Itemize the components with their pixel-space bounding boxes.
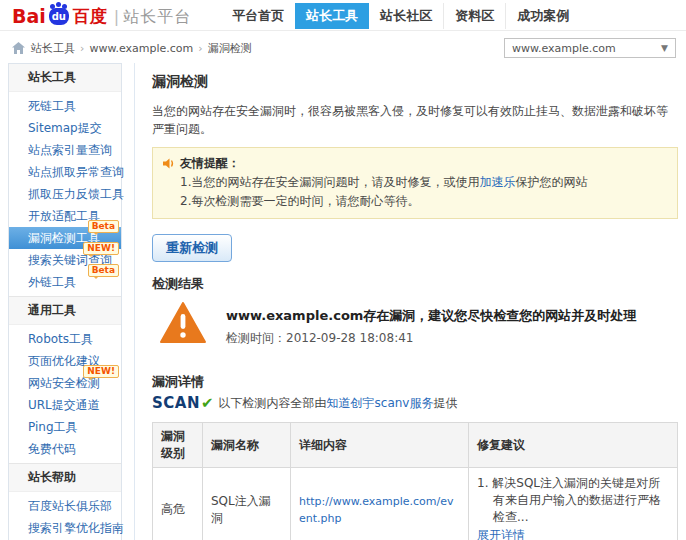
sidebar-section-general: 通用工具 Robots工具 页面优化建议 网站安全检测 NEW! URL提交通道… [9, 296, 121, 463]
breadcrumb-item-current: 漏洞检测 [208, 41, 252, 56]
sidebar: 站长工具 死链工具 Sitemap提交 站点索引量查询 站点抓取异常查询 抓取压… [8, 63, 122, 540]
col-header-fix: 修复建议 [469, 423, 678, 468]
fix-text: 1. 解决SQL注入漏洞的关键是对所有来自用户输入的数据进行严格检查... [477, 475, 669, 526]
breadcrumb-item-tools[interactable]: 站长工具 [31, 41, 75, 56]
sidebar-item-sitemap[interactable]: Sitemap提交 [9, 117, 121, 139]
baidu-paw-icon: du [49, 8, 69, 25]
chevron-down-icon: ▼ [661, 43, 668, 53]
logo-text-baidu: 百度 [73, 7, 107, 26]
table-row: 高危 SQL注入漏洞 http://www.example.com/event.… [153, 468, 678, 540]
sidebar-list: 死链工具 Sitemap提交 站点索引量查询 站点抓取异常查询 抓取压力反馈工具… [9, 92, 121, 296]
details-heading: 漏洞详情 [152, 373, 678, 391]
sidebar-section-title: 站长帮助 [9, 463, 121, 492]
intro-text: 当您的网站存在安全漏洞时，很容易被黑客入侵，及时修复可以有效防止挂马、数据泄露和… [152, 102, 678, 138]
result-time-value: 2012-09-28 18:08:41 [286, 331, 413, 345]
sidebar-item-crawl-pressure[interactable]: 抓取压力反馈工具 [9, 183, 121, 205]
sidebar-item-index-query[interactable]: 站点索引量查询 [9, 139, 121, 161]
breadcrumb-item-site[interactable]: www.example.com [89, 42, 193, 55]
result-time-label: 检测时间： [226, 331, 286, 345]
scanv-check-icon: ✔ [201, 394, 214, 412]
top-nav: 平台首页 站长工具 站长社区 资料区 成功案例 [221, 3, 580, 29]
sidebar-list: Robots工具 页面优化建议 网站安全检测 NEW! URL提交通道 Ping… [9, 325, 121, 463]
warning-triangle-icon [160, 302, 206, 344]
new-badge: NEW! [83, 365, 119, 378]
result-block: www.example.com存在漏洞，建议您尽快检查您的网站并及时处理 检测时… [152, 302, 678, 347]
nav-item-community[interactable]: 站长社区 [369, 3, 443, 29]
nav-item-webmaster-tools[interactable]: 站长工具 [295, 3, 369, 29]
page-body: 站长工具 死链工具 Sitemap提交 站点索引量查询 站点抓取异常查询 抓取压… [0, 63, 686, 540]
site-selector-dropdown[interactable]: www.example.com ▼ [504, 38, 676, 58]
sidebar-item-club[interactable]: 百度站长俱乐部 [9, 495, 121, 517]
sidebar-item-free-code[interactable]: 免费代码 [9, 438, 121, 460]
page-title: 漏洞检测 [152, 73, 678, 91]
vuln-url-link[interactable]: http://www.example.com/event.php [299, 493, 460, 527]
home-icon[interactable] [12, 42, 25, 54]
notice-title: 友情提醒： [180, 154, 240, 173]
scanv-provider-line: SCAN ✔ 以下检测内容全部由 知道创宇 scanv服务 提供 [152, 394, 678, 412]
speaker-icon [163, 158, 175, 169]
breadcrumb-bar: 站长工具 › www.example.com › 漏洞检测 www.exampl… [0, 31, 686, 63]
new-badge: NEW! [83, 242, 119, 255]
vuln-name-cell: SQL注入漏洞 [203, 468, 291, 540]
result-heading: 检测结果 [152, 275, 678, 293]
sidebar-section-tools: 站长工具 死链工具 Sitemap提交 站点索引量查询 站点抓取异常查询 抓取压… [9, 64, 121, 296]
vuln-level-cell: 高危 [153, 468, 203, 540]
result-text-group: www.example.com存在漏洞，建议您尽快检查您的网站并及时处理 检测时… [226, 302, 636, 347]
result-time: 检测时间：2012-09-28 18:08:41 [226, 330, 636, 347]
notice-line-1-tail: 保护您的网站 [515, 175, 587, 189]
sidebar-item-seo-guide[interactable]: 搜索引擎优化指南 [9, 517, 121, 539]
notice-line-1: 1.当您的网站存在安全漏洞问题时，请及时修复，或使用加速乐保护您的网站 [163, 173, 667, 192]
sidebar-section-help: 站长帮助 百度站长俱乐部 搜索引擎优化指南 意见反馈 [9, 463, 121, 540]
provider-text: 以下检测内容全部由 [219, 395, 327, 412]
col-header-name: 漏洞名称 [203, 423, 291, 468]
nav-item-success-cases[interactable]: 成功案例 [505, 3, 580, 29]
sidebar-item-site-security[interactable]: 网站安全检测 NEW! [9, 372, 121, 394]
logo-text-bai: Bai [12, 6, 46, 26]
site-selector-value: www.example.com [512, 42, 616, 55]
col-header-detail: 详细内容 [291, 423, 469, 468]
sidebar-section-title: 站长工具 [9, 64, 121, 92]
sidebar-item-backlink-tool[interactable]: 外链工具 Beta [9, 271, 121, 293]
recheck-button[interactable]: 重新检测 [152, 234, 232, 262]
expand-details-link[interactable]: 展开详情 [477, 527, 525, 540]
friendly-reminder-box: 友情提醒： 1.当您的网站存在安全漏洞问题时，请及时修复，或使用加速乐保护您的网… [152, 147, 678, 219]
scanv-logo: SCAN [152, 394, 200, 412]
baidu-logo[interactable]: Bai du 百度 | 站长平台 [12, 6, 191, 26]
notice-line-2: 2.每次检测需要一定的时间，请您耐心等待。 [163, 192, 667, 211]
sidebar-item-label: 外链工具 [28, 275, 76, 289]
notice-line-1-text: 1.当您的网站存在安全漏洞问题时，请及时修复，或使用 [180, 175, 479, 189]
jiasule-link[interactable]: 加速乐 [479, 175, 515, 189]
sidebar-list: 百度站长俱乐部 搜索引擎优化指南 意见反馈 [9, 492, 121, 540]
fix-cell: 1. 解决SQL注入漏洞的关键是对所有来自用户输入的数据进行严格检查... 展开… [469, 468, 678, 540]
top-header: Bai du 百度 | 站长平台 平台首页 站长工具 站长社区 资料区 成功案例 [0, 0, 686, 31]
knownsec-link[interactable]: 知道创宇 [327, 395, 375, 412]
breadcrumb-separator: › [80, 42, 84, 55]
nav-item-resources[interactable]: 资料区 [443, 3, 505, 29]
breadcrumb-separator: › [198, 42, 202, 55]
sidebar-item-ping[interactable]: Ping工具 [9, 416, 121, 438]
sidebar-section-title: 通用工具 [9, 296, 121, 325]
beta-badge: Beta [88, 264, 119, 277]
sidebar-item-dead-link-tool[interactable]: 死链工具 [9, 95, 121, 117]
logo-divider: | [114, 7, 119, 26]
vulnerability-table: 漏洞级别 漏洞名称 详细内容 修复建议 高危 SQL注入漏洞 http://ww… [152, 422, 678, 540]
beta-badge: Beta [88, 220, 119, 233]
sidebar-item-url-submit[interactable]: URL提交通道 [9, 394, 121, 416]
logo-platform-name: 站长平台 [123, 7, 191, 26]
main-content: 漏洞检测 当您的网站存在安全漏洞时，很容易被黑客入侵，及时修复可以有效防止挂马、… [134, 63, 686, 540]
scanv-service-link[interactable]: scanv服务 [375, 395, 434, 412]
result-message: www.example.com存在漏洞，建议您尽快检查您的网站并及时处理 [226, 307, 636, 325]
provider-text-tail: 提供 [433, 395, 457, 412]
table-header-row: 漏洞级别 漏洞名称 详细内容 修复建议 [153, 423, 678, 468]
sidebar-item-robots[interactable]: Robots工具 [9, 328, 121, 350]
sidebar-item-crawl-error[interactable]: 站点抓取异常查询 [9, 161, 121, 183]
nav-item-home[interactable]: 平台首页 [221, 3, 295, 29]
col-header-level: 漏洞级别 [153, 423, 203, 468]
notice-header: 友情提醒： [163, 154, 667, 173]
